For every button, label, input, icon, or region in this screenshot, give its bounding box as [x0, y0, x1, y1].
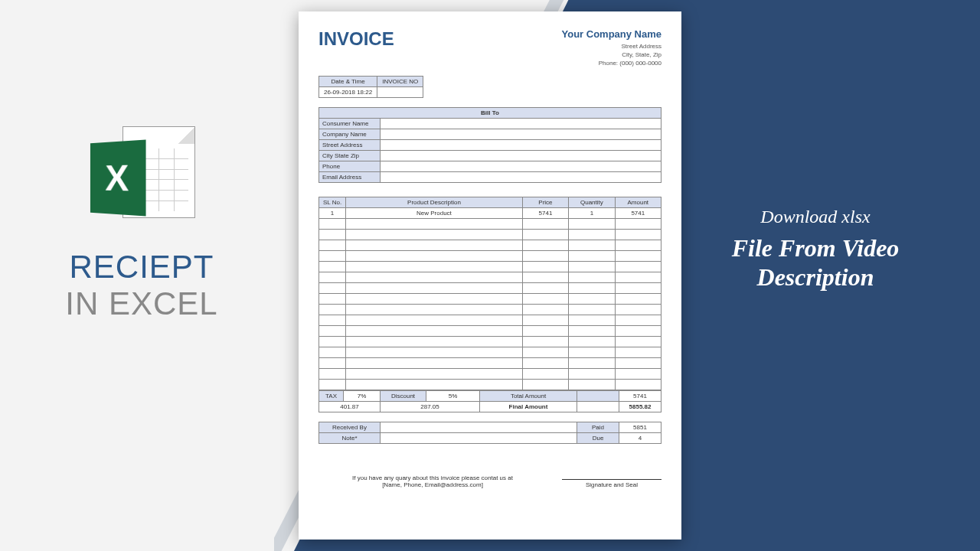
totals-table: TAX 7% Discount 5% Total Amount 5741 401…: [318, 390, 662, 412]
left-title-excel: IN EXCEL: [31, 285, 253, 322]
billto-street: Street Address: [319, 139, 381, 150]
col-amt: Amount: [615, 197, 661, 207]
billto-company: Company Name: [319, 129, 381, 139]
billto-consumer: Consumer Name: [319, 118, 381, 129]
excel-book-icon: X: [90, 140, 146, 217]
date-invoice-box: Date & TimeINVOICE NO 26-09-2018 18:22: [318, 76, 423, 98]
due-val: 4: [619, 432, 662, 443]
billto-city: City State Zip: [319, 150, 381, 161]
right-panel: Download xlsx File From Video Descriptio…: [697, 207, 934, 292]
note-label: Note*: [319, 432, 381, 443]
date-value: 26-09-2018 18:22: [319, 86, 377, 97]
billto-email: Email Address: [319, 171, 381, 182]
download-main: File From Video Description: [697, 233, 934, 292]
footer-line2: [Name, Phone, Email@address.com]: [318, 481, 547, 488]
footer-line1: If you have any quary about this invoice…: [318, 474, 547, 481]
item-row: 1 New Product 5741 1 5741: [319, 207, 662, 218]
final-val: 5855.82: [619, 401, 662, 412]
date-label: Date & Time: [319, 76, 377, 86]
left-panel: X RECIEPT IN EXCEL: [31, 122, 253, 322]
paid-label: Paid: [577, 422, 619, 432]
bill-to-header: Bill To: [319, 107, 662, 118]
tax-label: TAX: [319, 390, 344, 401]
company-block: Your Company Name Street Address City, S…: [561, 28, 662, 68]
disc-val: 287.05: [381, 401, 480, 412]
excel-x-letter: X: [105, 156, 129, 199]
disc-label: Discount: [381, 390, 426, 401]
invoice-footer: If you have any quary about this invoice…: [318, 474, 662, 488]
billto-phone: Phone: [319, 161, 381, 171]
col-qty: Quantity: [569, 197, 615, 207]
excel-icon: X: [88, 122, 195, 230]
total-label: Total Amount: [480, 390, 577, 401]
items-table: SL No. Product Description Price Quantit…: [318, 197, 662, 390]
disc-pct: 5%: [426, 390, 480, 401]
company-city: City, State, Zip: [561, 51, 662, 59]
total-val: 5741: [619, 390, 662, 401]
invoice-no-value: [377, 86, 423, 97]
signature-line: Signature and Seal: [562, 479, 662, 488]
paid-val: 5851: [619, 422, 662, 432]
due-label: Due: [577, 432, 619, 443]
company-phone: Phone: (000) 000-0000: [561, 59, 662, 67]
left-title-receipt: RECIEPT: [31, 249, 253, 285]
tax-pct: 7%: [344, 390, 381, 401]
tax-val: 401.87: [319, 401, 381, 412]
bill-to-table: Bill To Consumer Name Company Name Stree…: [318, 107, 662, 183]
invoice-title: INVOICE: [318, 28, 394, 68]
col-price: Price: [522, 197, 568, 207]
col-sl: SL No.: [319, 197, 346, 207]
col-desc: Product Description: [346, 197, 523, 207]
company-name: Your Company Name: [561, 28, 662, 40]
receive-table: Received By Paid 5851 Note* Due 4: [318, 422, 662, 444]
received-by-label: Received By: [319, 422, 381, 432]
company-street: Street Address: [561, 42, 662, 51]
download-subtitle: Download xlsx: [697, 207, 934, 227]
final-label: Final Amount: [480, 401, 577, 412]
invoice-no-label: INVOICE NO: [377, 76, 423, 86]
invoice-sheet: INVOICE Your Company Name Street Address…: [299, 11, 681, 540]
